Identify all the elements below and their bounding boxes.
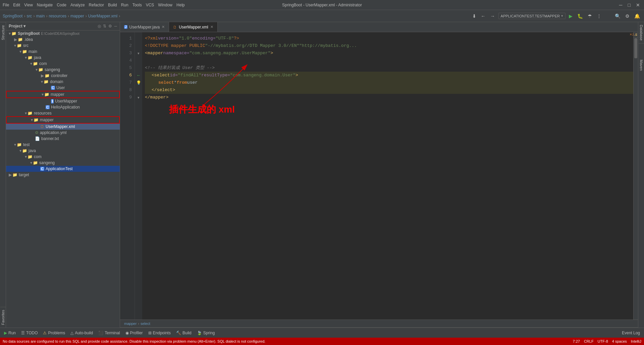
indentation[interactable]: 4 spaces xyxy=(612,339,627,343)
tree-item-test-sangeng[interactable]: ▾ 📁 sangeng xyxy=(6,160,120,166)
tab-close-xml[interactable]: ✕ xyxy=(210,25,213,29)
tree-item-springboot[interactable]: ▾ 📁 SpringBoot E:\Code\IDEA\SpringBoot xyxy=(6,30,120,37)
event-log-button[interactable]: Event Log xyxy=(619,330,643,336)
status-message[interactable]: No data sources are configured to run th… xyxy=(3,339,573,343)
tree-item-test-com[interactable]: ▾ 📁 com xyxy=(6,154,120,160)
tree-item-test-java[interactable]: ▾ 📁 java xyxy=(6,148,120,154)
maven-tab[interactable]: Maven xyxy=(639,57,644,73)
build-button[interactable]: 🔨 Build xyxy=(173,330,194,336)
breadcrumb-mapper[interactable]: mapper xyxy=(70,14,84,18)
autobuild-icon: △ xyxy=(70,331,73,335)
run-configuration[interactable]: APPLICATIONTEST.TESTMAPPER ▾ xyxy=(498,13,566,19)
menu-window[interactable]: Window xyxy=(158,3,172,7)
tree-item-sangeng[interactable]: ▾ 📁 sangeng xyxy=(6,67,120,73)
menu-analyze[interactable]: Analyze xyxy=(70,3,85,7)
todo-button[interactable]: ☰ TODO xyxy=(18,330,40,336)
menu-file[interactable]: File xyxy=(3,3,9,7)
settings-button[interactable]: ⚙ xyxy=(624,13,631,19)
breadcrumb-src[interactable]: src xyxy=(26,14,32,18)
tree-item-apptest[interactable]: C ApplicationTest xyxy=(6,166,120,172)
favorites-tab[interactable]: Favorites xyxy=(0,307,6,328)
maximize-button[interactable]: □ xyxy=(627,2,632,8)
menu-edit[interactable]: Edit xyxy=(13,3,20,7)
event-log-label: Event Log xyxy=(622,331,640,335)
line-num-1: 1 xyxy=(120,35,132,42)
sidebar-filter-icon[interactable]: ⚙ xyxy=(108,24,112,28)
tree-item-application-yml[interactable]: ⚙ application.yml xyxy=(6,130,120,136)
menu-run[interactable]: Run xyxy=(121,3,128,7)
menu-view[interactable]: View xyxy=(24,3,33,7)
spring-button[interactable]: 🍃 Spring xyxy=(194,330,218,336)
tree-item-com[interactable]: ▾ 📁 com xyxy=(6,61,120,67)
navigate-back-button[interactable]: ← xyxy=(480,13,487,19)
gutter-bulb-7[interactable]: 💡 xyxy=(136,79,142,86)
menu-help[interactable]: Help xyxy=(176,3,185,7)
breadcrumb-main[interactable]: main xyxy=(36,14,45,18)
tree-item-user[interactable]: C User xyxy=(6,85,120,91)
code-content[interactable]: <?xml version="1.0" encoding="UTF-8" ?> … xyxy=(142,32,633,320)
tree-item-usermapper-java[interactable]: ℹ UserMapper xyxy=(6,98,120,104)
tree-item-test[interactable]: ▾ 📁 test xyxy=(6,142,120,148)
tree-item-target[interactable]: ▶ 📁 target xyxy=(6,172,120,178)
tree-item-mapper-java[interactable]: ▾ 📁 mapper xyxy=(6,91,120,98)
vcs-update-button[interactable]: ⬇ xyxy=(471,13,478,19)
breadcrumb-select[interactable]: select xyxy=(141,322,150,326)
tabs-bar: J UserMapper.java ✕ 🗋 UserMapper.xml ✕ xyxy=(120,22,638,32)
close-button[interactable]: ✕ xyxy=(635,2,641,8)
structure-tab[interactable]: Structure xyxy=(0,22,6,43)
tree-item-domain[interactable]: ▾ 📁 domain xyxy=(6,79,120,85)
cursor-position[interactable]: 7:27 xyxy=(573,339,580,343)
menu-build[interactable]: Build xyxy=(108,3,117,7)
terminal-button[interactable]: ⬛ Terminal xyxy=(96,330,122,336)
menu-refactor[interactable]: Refactor xyxy=(89,3,104,7)
problems-button[interactable]: ⚠ Problems xyxy=(40,330,68,336)
database-tab[interactable]: Database xyxy=(639,22,644,44)
tree-item-usermapper-xml[interactable]: 🗋 UserMapper.xml xyxy=(6,124,120,130)
tree-item-mapper-res[interactable]: ▾ 📁 mapper xyxy=(6,116,120,124)
search-button[interactable]: 🔍 xyxy=(613,13,622,19)
sidebar-sort-icon[interactable]: ⇅ xyxy=(103,24,106,28)
sidebar-minimize-icon[interactable]: ─ xyxy=(114,24,117,28)
breadcrumb-mapper[interactable]: mapper xyxy=(124,322,137,326)
menu-navigate[interactable]: Navigate xyxy=(37,3,53,7)
run-button[interactable]: ▶ xyxy=(568,13,574,19)
run-config-dropdown-icon[interactable]: ▾ xyxy=(561,14,563,18)
tree-item-hello-app[interactable]: C HelloApplication xyxy=(6,104,120,110)
tree-item-java[interactable]: ▾ 📁 java xyxy=(6,55,120,61)
profiler-button[interactable]: ◉ Profiler xyxy=(123,330,146,336)
menu-vcs[interactable]: VCS xyxy=(146,3,154,7)
endpoints-button[interactable]: ⊞ Endpoints xyxy=(146,330,173,336)
tab-usermapper-xml[interactable]: 🗋 UserMapper.xml ✕ xyxy=(169,22,217,32)
notifications-button[interactable]: 🔔 xyxy=(633,13,641,19)
code-line-5: <!-- 结果封装成 User 类型 --> xyxy=(145,64,633,72)
tree-item-resources[interactable]: ▾ 📁 resources xyxy=(6,110,120,116)
breadcrumb-springboot[interactable]: SpringBoot xyxy=(3,14,22,18)
breadcrumb-resources[interactable]: resources xyxy=(49,14,66,18)
navigate-forward-button[interactable]: → xyxy=(489,13,496,19)
tree-item-idea[interactable]: ▶ 📁 .idea xyxy=(6,37,120,43)
breadcrumb-usermapper-xml[interactable]: UserMapper.xml xyxy=(88,14,117,18)
scrollbar-thumb[interactable] xyxy=(634,38,637,58)
run-bottom-button[interactable]: ▶ Run xyxy=(1,330,18,336)
tree-item-main[interactable]: ▾ 📁 main xyxy=(6,49,120,55)
debug-button[interactable]: 🐛 xyxy=(576,13,584,19)
sidebar-locate-icon[interactable]: ◎ xyxy=(98,24,101,28)
file-encoding[interactable]: UTF-8 xyxy=(598,339,608,343)
gutter-fold-9[interactable]: ▾ xyxy=(136,94,142,101)
tab-usermapper-java[interactable]: J UserMapper.java ✕ xyxy=(120,22,169,32)
code-editor[interactable]: 1 2 3 4 5 6 7 8 9 ▾ ← xyxy=(120,32,638,320)
tree-item-controller[interactable]: ▶ 📁 controller xyxy=(6,73,120,79)
tab-close-java[interactable]: ✕ xyxy=(162,25,165,29)
gutter-fold-8[interactable] xyxy=(136,86,142,94)
line-endings[interactable]: CRLF xyxy=(584,339,594,343)
gutter-fold-3[interactable]: ▾ xyxy=(136,50,142,57)
tree-item-src[interactable]: ▾ 📁 src xyxy=(6,43,120,49)
minimize-button[interactable]: ─ xyxy=(618,2,624,8)
more-run-button[interactable]: ⋮ xyxy=(595,13,603,19)
code-line-4 xyxy=(145,57,633,64)
menu-tools[interactable]: Tools xyxy=(132,3,142,7)
autobuild-button[interactable]: △ Auto-build xyxy=(68,330,96,336)
menu-code[interactable]: Code xyxy=(57,3,66,7)
coverage-button[interactable]: ☂ xyxy=(586,13,593,19)
tree-item-banner-txt[interactable]: 📄 banner.txt xyxy=(6,136,120,142)
